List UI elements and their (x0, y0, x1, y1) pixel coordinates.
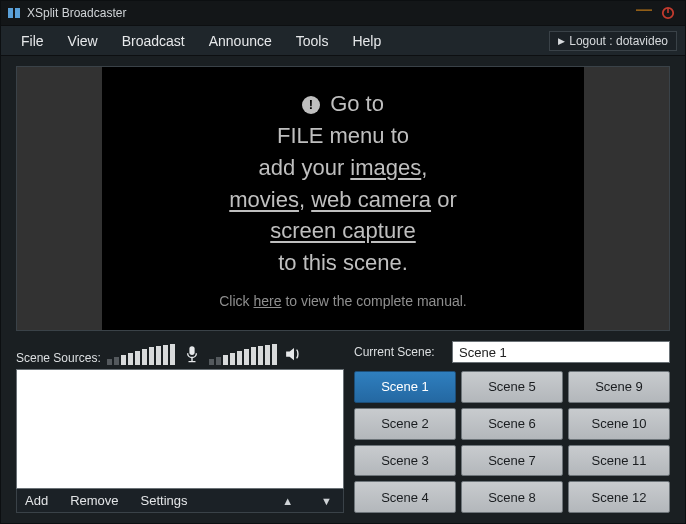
menu-announce[interactable]: Announce (197, 29, 284, 53)
sources-header: Scene Sources: (16, 339, 344, 365)
scene-button-4[interactable]: Scene 4 (354, 481, 456, 513)
menu-help[interactable]: Help (340, 29, 393, 53)
menu-tools[interactable]: Tools (284, 29, 341, 53)
play-icon: ▶ (558, 36, 565, 46)
close-button[interactable] (657, 4, 679, 22)
scenes-header: Current Scene: (354, 339, 670, 365)
current-scene-label: Current Scene: (354, 345, 444, 359)
scenes-panel: Current Scene: Scene 1 Scene 2 Scene 3 S… (354, 339, 670, 513)
source-settings-button[interactable]: Settings (141, 493, 188, 508)
scene-button-6[interactable]: Scene 6 (461, 408, 563, 440)
scene-button-5[interactable]: Scene 5 (461, 371, 563, 403)
remove-source-button[interactable]: Remove (70, 493, 118, 508)
sources-actions: Add Remove Settings ▲ ▼ (16, 489, 344, 513)
menu-bar: File View Broadcast Announce Tools Help … (1, 26, 685, 56)
add-source-button[interactable]: Add (25, 493, 48, 508)
link-screen-capture[interactable]: screen capture (270, 218, 416, 243)
preview-center: ! Go to FILE menu to add your images, mo… (102, 67, 584, 330)
scene-button-1[interactable]: Scene 1 (354, 371, 456, 403)
preview-left-pad (17, 67, 102, 330)
sources-panel: Scene Sources: (16, 339, 344, 513)
scene-grid: Scene 1 Scene 2 Scene 3 Scene 4 Scene 5 … (354, 371, 670, 513)
preview-area: ! Go to FILE menu to add your images, mo… (16, 66, 670, 331)
svg-rect-1 (15, 8, 20, 18)
microphone-icon[interactable] (181, 343, 203, 365)
scene-button-2[interactable]: Scene 2 (354, 408, 456, 440)
link-movies[interactable]: movies (229, 187, 299, 212)
preview-right-pad (584, 67, 669, 330)
app-icon (7, 6, 21, 20)
info-icon: ! (302, 96, 320, 114)
title-bar: XSplit Broadcaster — (1, 1, 685, 26)
current-scene-input[interactable] (452, 341, 670, 363)
scene-button-7[interactable]: Scene 7 (461, 445, 563, 477)
scene-button-9[interactable]: Scene 9 (568, 371, 670, 403)
svg-rect-4 (189, 346, 194, 355)
svg-rect-6 (188, 361, 195, 362)
scene-button-10[interactable]: Scene 10 (568, 408, 670, 440)
minimize-button[interactable]: — (633, 1, 655, 19)
link-manual[interactable]: here (253, 293, 281, 309)
manual-hint: Click here to view the complete manual. (219, 293, 466, 309)
speaker-level-meter[interactable] (209, 343, 277, 365)
logout-label: Logout : dotavideo (569, 34, 668, 48)
menu-file[interactable]: File (9, 29, 56, 53)
svg-rect-0 (8, 8, 13, 18)
move-down-button[interactable]: ▼ (318, 495, 335, 507)
svg-rect-5 (191, 358, 192, 362)
mic-level-meter[interactable] (107, 343, 175, 365)
bottom-panel: Scene Sources: (1, 339, 685, 523)
speaker-icon[interactable] (283, 343, 305, 365)
move-up-button[interactable]: ▲ (279, 495, 296, 507)
sources-list[interactable] (16, 369, 344, 489)
scene-button-3[interactable]: Scene 3 (354, 445, 456, 477)
logout-button[interactable]: ▶ Logout : dotavideo (549, 31, 677, 51)
scene-button-12[interactable]: Scene 12 (568, 481, 670, 513)
window-title: XSplit Broadcaster (27, 6, 631, 20)
link-web-camera[interactable]: web camera (311, 187, 431, 212)
menu-view[interactable]: View (56, 29, 110, 53)
sources-label: Scene Sources: (16, 351, 101, 365)
scene-button-11[interactable]: Scene 11 (568, 445, 670, 477)
scene-button-8[interactable]: Scene 8 (461, 481, 563, 513)
link-images[interactable]: images (350, 155, 421, 180)
empty-scene-hint: ! Go to FILE menu to add your images, mo… (229, 88, 456, 279)
app-window: XSplit Broadcaster — File View Broadcast… (0, 0, 686, 524)
menu-broadcast[interactable]: Broadcast (110, 29, 197, 53)
svg-rect-3 (667, 8, 669, 13)
